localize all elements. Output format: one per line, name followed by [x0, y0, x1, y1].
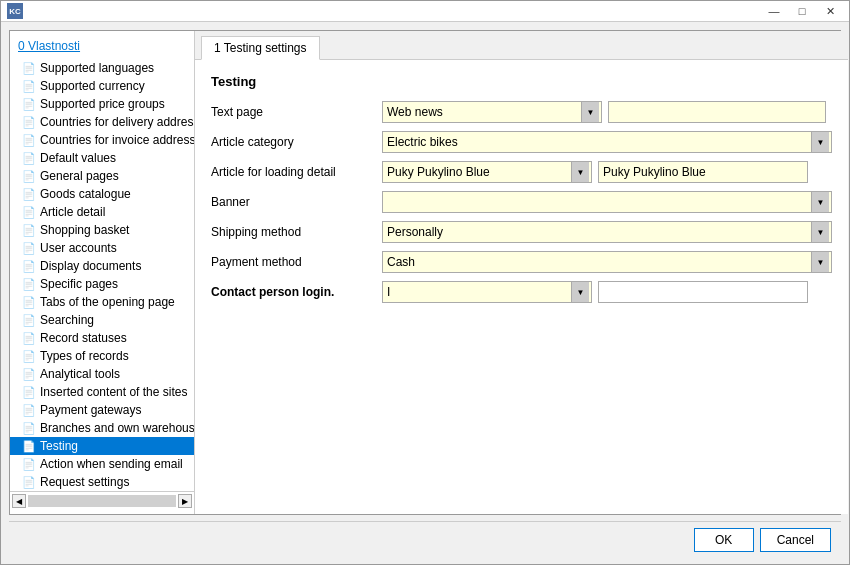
dropdown-arrow-full-3[interactable]: ▼	[811, 192, 829, 212]
content-area: 0 Vlastnosti 📄Supported languages📄Suppor…	[1, 22, 849, 565]
dropdown-arrow-0[interactable]: ▼	[581, 102, 599, 122]
close-button[interactable]: ✕	[817, 1, 843, 21]
doc-icon: 📄	[22, 224, 36, 237]
sidebar-item-12[interactable]: 📄Specific pages	[10, 275, 194, 293]
select-full-5[interactable]: Cash▼	[382, 251, 832, 273]
sidebar-item-4[interactable]: 📄Countries for invoice addresses	[10, 131, 194, 149]
sidebar-item-2[interactable]: 📄Supported price groups	[10, 95, 194, 113]
sidebar-item-10[interactable]: 📄User accounts	[10, 239, 194, 257]
sidebar-scrollbar: ◀ ▶	[10, 491, 194, 510]
sidebar-items-container: 📄Supported languages📄Supported currency📄…	[10, 59, 194, 491]
sidebar-item-label: User accounts	[40, 241, 117, 255]
select-extra-0[interactable]	[608, 101, 826, 123]
sidebar-item-label: Display documents	[40, 259, 141, 273]
form-label-1: Article category	[211, 135, 376, 149]
select-full-4[interactable]: Personally▼	[382, 221, 832, 243]
doc-icon: 📄	[22, 314, 36, 327]
form-label-6: Contact person login.	[211, 285, 376, 299]
dropdown-arrow-left-2[interactable]: ▼	[571, 162, 589, 182]
sidebar-item-label: Supported currency	[40, 79, 145, 93]
doc-icon: 📄	[22, 368, 36, 381]
tab-bar: 1 Testing settings	[195, 31, 848, 60]
scroll-left-arrow[interactable]: ◀	[12, 494, 26, 508]
title-bar-controls: — □ ✕	[761, 1, 843, 21]
title-bar-left: KC	[7, 3, 23, 19]
sidebar-item-label: Testing	[40, 439, 78, 453]
dropdown-arrow-login-6[interactable]: ▼	[571, 282, 589, 302]
doc-icon: 📄	[22, 476, 36, 489]
ok-button[interactable]: OK	[694, 528, 754, 552]
sidebar-item-label: Branches and own warehouses	[40, 421, 195, 435]
form-row-5: Payment methodCash▼	[211, 251, 832, 273]
select-left-2[interactable]: Puky Pukylino Blue▼	[382, 161, 592, 183]
doc-icon: 📄	[22, 188, 36, 201]
cancel-button[interactable]: Cancel	[760, 528, 831, 552]
login-text-input[interactable]	[598, 281, 808, 303]
form-label-3: Banner	[211, 195, 376, 209]
scroll-track[interactable]	[28, 495, 176, 507]
main-window: KC — □ ✕ 0 Vlastnosti 📄Supported languag…	[0, 0, 850, 565]
select-full-3[interactable]: ▼	[382, 191, 832, 213]
doc-icon: 📄	[22, 80, 36, 93]
sidebar-item-label: Request settings	[40, 475, 129, 489]
sidebar-item-14[interactable]: 📄Searching	[10, 311, 194, 329]
tab-content: Testing Text pageWeb news▼Article catego…	[195, 60, 848, 514]
section-title: Testing	[211, 74, 832, 89]
sidebar-item-label: Searching	[40, 313, 94, 327]
dropdown-arrow-full-5[interactable]: ▼	[811, 252, 829, 272]
sidebar-item-3[interactable]: 📄Countries for delivery address	[10, 113, 194, 131]
sidebar-item-20[interactable]: 📄Branches and own warehouses	[10, 419, 194, 437]
sidebar-item-label: Record statuses	[40, 331, 127, 345]
sidebar-item-22[interactable]: 📄Action when sending email	[10, 455, 194, 473]
doc-icon: 📄	[22, 404, 36, 417]
sidebar-item-6[interactable]: 📄General pages	[10, 167, 194, 185]
sidebar-title[interactable]: 0 Vlastnosti	[10, 35, 194, 57]
doc-icon: 📄	[22, 62, 36, 75]
sidebar-item-label: Types of records	[40, 349, 129, 363]
sidebar-item-label: Supported languages	[40, 61, 154, 75]
doc-icon: 📄	[22, 440, 36, 453]
tab-testing-settings[interactable]: 1 Testing settings	[201, 36, 320, 60]
dropdown-arrow-full-1[interactable]: ▼	[811, 132, 829, 152]
sidebar-item-label: Countries for delivery address	[40, 115, 195, 129]
sidebar-item-label: Article detail	[40, 205, 105, 219]
sidebar-item-17[interactable]: 📄Analytical tools	[10, 365, 194, 383]
form-fields-container: Text pageWeb news▼Article categoryElectr…	[211, 101, 832, 303]
sidebar-item-18[interactable]: 📄Inserted content of the sites	[10, 383, 194, 401]
sidebar-item-9[interactable]: 📄Shopping basket	[10, 221, 194, 239]
sidebar-item-8[interactable]: 📄Article detail	[10, 203, 194, 221]
doc-icon: 📄	[22, 134, 36, 147]
sidebar-item-label: Default values	[40, 151, 116, 165]
select-right-2[interactable]: Puky Pukylino Blue	[598, 161, 808, 183]
main-layout: 0 Vlastnosti 📄Supported languages📄Suppor…	[9, 30, 841, 515]
sidebar-item-5[interactable]: 📄Default values	[10, 149, 194, 167]
doc-icon: 📄	[22, 350, 36, 363]
sidebar-item-0[interactable]: 📄Supported languages	[10, 59, 194, 77]
sidebar-item-1[interactable]: 📄Supported currency	[10, 77, 194, 95]
sidebar-item-11[interactable]: 📄Display documents	[10, 257, 194, 275]
sidebar-item-label: Payment gateways	[40, 403, 141, 417]
form-row-0: Text pageWeb news▼	[211, 101, 832, 123]
sidebar-item-21[interactable]: 📄Testing	[10, 437, 194, 455]
sidebar-item-label: Action when sending email	[40, 457, 183, 471]
form-row-6: Contact person login.I▼	[211, 281, 832, 303]
doc-icon: 📄	[22, 260, 36, 273]
select-0[interactable]: Web news▼	[382, 101, 602, 123]
doc-icon: 📄	[22, 98, 36, 111]
doc-icon: 📄	[22, 296, 36, 309]
select-login-6[interactable]: I▼	[382, 281, 592, 303]
dropdown-arrow-full-4[interactable]: ▼	[811, 222, 829, 242]
maximize-button[interactable]: □	[789, 1, 815, 21]
select-full-1[interactable]: Electric bikes▼	[382, 131, 832, 153]
sidebar-item-19[interactable]: 📄Payment gateways	[10, 401, 194, 419]
sidebar-item-7[interactable]: 📄Goods catalogue	[10, 185, 194, 203]
sidebar-item-13[interactable]: 📄Tabs of the opening page	[10, 293, 194, 311]
doc-icon: 📄	[22, 278, 36, 291]
sidebar-item-15[interactable]: 📄Record statuses	[10, 329, 194, 347]
sidebar-item-16[interactable]: 📄Types of records	[10, 347, 194, 365]
sidebar-item-label: General pages	[40, 169, 119, 183]
scroll-right-arrow[interactable]: ▶	[178, 494, 192, 508]
sidebar-item-23[interactable]: 📄Request settings	[10, 473, 194, 491]
form-row-1: Article categoryElectric bikes▼	[211, 131, 832, 153]
minimize-button[interactable]: —	[761, 1, 787, 21]
